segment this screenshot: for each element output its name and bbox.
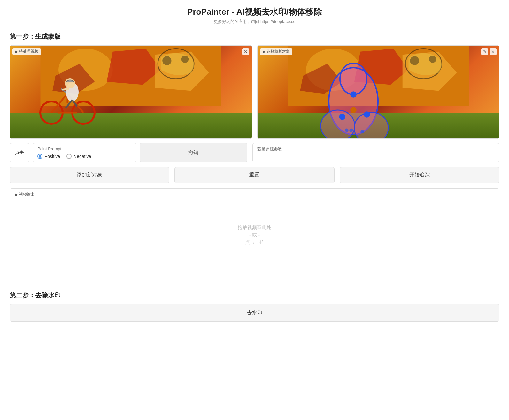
output-panel-label: ▶ 视频输出 [12, 191, 37, 198]
output-video-icon: ▶ [15, 192, 18, 197]
point-prompt-label: Point Prompt [37, 146, 132, 151]
svg-point-40 [360, 130, 364, 133]
mask-overlay-svg [309, 52, 398, 138]
remove-watermark-btn[interactable]: 去水印 [10, 304, 499, 322]
svg-point-35 [339, 114, 345, 120]
svg-point-39 [349, 128, 353, 132]
mask-params-label: 蒙版追踪参数 [257, 147, 282, 152]
click-tab-btn[interactable]: 点击 [10, 143, 29, 162]
video-output-panel[interactable]: ▶ 视频输出 拖放视频至此处 - 或 - 点击上传 [10, 188, 499, 281]
video-icon-right: ▶ [263, 49, 266, 54]
reset-btn[interactable]: 重置 [174, 167, 334, 183]
svg-line-10 [51, 94, 67, 113]
svg-point-36 [364, 111, 370, 118]
point-prompt-box: Point Prompt Positive Negative [33, 143, 136, 162]
app-title: ProPainter - AI视频去水印/物体移除 [10, 6, 499, 18]
right-video-panel: ▶ 选择蒙版对象 ✎ ✕ [257, 45, 500, 139]
video-icon-left: ▶ [15, 49, 18, 54]
left-video-panel: ▶ 待处理视频 ✕ [10, 45, 252, 139]
upload-line3: 点击上传 [245, 239, 264, 245]
cancel-btn[interactable]: 撤销 [140, 143, 247, 162]
step1-title: 第一步：生成蒙版 [10, 32, 499, 41]
svg-point-6 [162, 56, 171, 65]
positive-label: Positive [44, 154, 60, 159]
svg-point-32 [320, 110, 354, 138]
right-panel-label: ▶ 选择蒙版对象 [260, 48, 292, 55]
left-video-content [10, 46, 252, 138]
step2-section: 第二步：去除水印 去水印 [10, 291, 499, 322]
add-object-btn[interactable]: 添加新对象 [10, 167, 169, 183]
positive-radio-circle [37, 154, 42, 159]
svg-point-7 [181, 56, 189, 63]
right-video-content [258, 46, 499, 138]
radio-group: Positive Negative [37, 154, 132, 159]
biker-svg [35, 68, 99, 125]
negative-radio[interactable]: Negative [66, 154, 91, 159]
video-row: ▶ 待处理视频 ✕ [10, 45, 499, 139]
svg-line-17 [62, 89, 69, 90]
upload-line1: 拖放视频至此处 [238, 225, 271, 231]
start-track-btn[interactable]: 开始追踪 [340, 167, 499, 183]
positive-radio[interactable]: Positive [37, 154, 60, 159]
action-buttons: 添加新对象 重置 开始追踪 [10, 167, 499, 183]
left-panel-close-btn[interactable]: ✕ [242, 48, 249, 55]
svg-point-38 [345, 128, 348, 132]
mask-params-box: 蒙版追踪参数 [252, 143, 500, 162]
svg-point-34 [350, 91, 357, 98]
right-panel-edit-btn[interactable]: ✎ [481, 48, 488, 55]
svg-point-26 [410, 56, 419, 65]
svg-point-27 [429, 56, 436, 63]
app-subtitle: 更多好玩的AI应用，访问 https://deepface.cc [10, 19, 499, 25]
right-panel-close-btn[interactable]: ✕ [490, 48, 497, 55]
step2-title: 第二步：去除水印 [10, 291, 499, 300]
negative-label: Negative [73, 154, 91, 159]
svg-point-37 [350, 107, 357, 113]
controls-row: 点击 Point Prompt Positive Negative 撤销 蒙版追… [10, 143, 499, 162]
upload-line2: - 或 - [249, 232, 260, 238]
negative-radio-circle [66, 154, 72, 159]
upload-area[interactable]: 拖放视频至此处 - 或 - 点击上传 [10, 189, 499, 281]
left-panel-label: ▶ 待处理视频 [12, 48, 41, 55]
svg-point-33 [354, 112, 388, 138]
